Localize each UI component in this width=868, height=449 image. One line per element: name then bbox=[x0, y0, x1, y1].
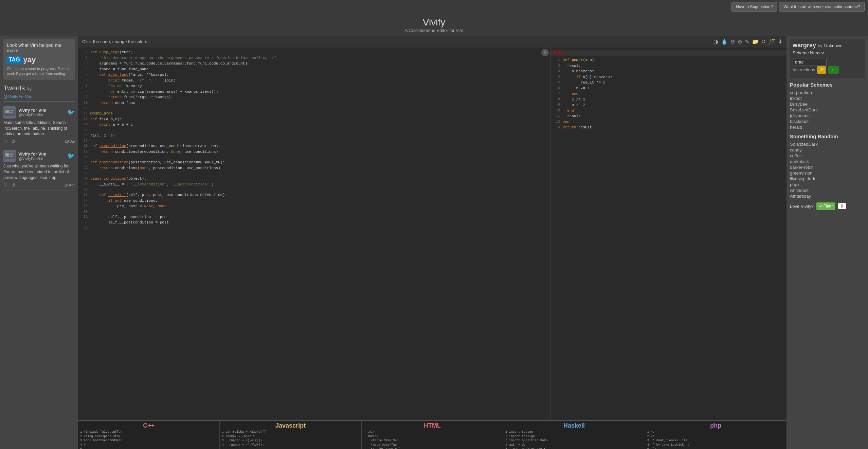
list-item[interactable]: jellybeans bbox=[790, 113, 865, 119]
html-tab[interactable]: HTML <html> <head> <title Name Su <meta … bbox=[362, 421, 503, 449]
left-sidebar: Look what Vim helped me make! TAG yay Ok… bbox=[0, 36, 78, 449]
close-panel-button[interactable]: ✕ bbox=[541, 49, 549, 56]
popular-title: Popular Schemes bbox=[790, 82, 865, 88]
toolbar-icons: ◑ 💧 ⊖ ⊕ ✎ 📁 ↺ 🪄 ⬇ bbox=[713, 38, 782, 45]
page-title: Vivify bbox=[0, 17, 868, 28]
tweet-username: Vivify for Vim bbox=[18, 108, 65, 113]
cpp-preview: 1 #include "algostuff.h 2 using namespac… bbox=[80, 430, 217, 449]
edit-icon[interactable]: ✎ bbox=[745, 38, 749, 45]
refresh-icon[interactable]: ↺ bbox=[761, 38, 766, 45]
toolbar-hint: Click the code, change the colors. bbox=[82, 39, 710, 44]
folder-icon[interactable]: 📁 bbox=[752, 38, 759, 45]
language-tabs: C++ 1 #include "algostuff.h 2 using name… bbox=[78, 420, 786, 449]
svg-rect-7 bbox=[10, 156, 13, 157]
random-title: Something Random bbox=[790, 133, 865, 139]
minus-icon[interactable]: ⊖ bbox=[730, 38, 735, 45]
tweet-item: Vivify for Vim @VivifyForVim 🐦 Just what… bbox=[3, 147, 75, 191]
flattr-icon: ✔ bbox=[819, 204, 822, 209]
list-item[interactable]: whitedust bbox=[790, 187, 865, 193]
code-toolbar: Click the code, change the colors. ◑ 💧 ⊖… bbox=[78, 36, 786, 48]
svg-rect-2 bbox=[10, 110, 14, 111]
avatar bbox=[3, 150, 16, 162]
cpp-tab[interactable]: C++ 1 #include "algostuff.h 2 using name… bbox=[78, 421, 220, 449]
list-item[interactable]: SolarizedDark bbox=[790, 107, 865, 113]
suggestion-button[interactable]: Have a Suggestion? bbox=[731, 2, 777, 12]
tweet-date: 18 Jul bbox=[65, 139, 75, 143]
flattr-button[interactable]: ✔ Flattr bbox=[816, 202, 835, 210]
page-subtitle: A ColorScheme Editor for Vim bbox=[0, 28, 868, 33]
right-panel: wargrey by Unknown Scheme Name> Instruct… bbox=[786, 36, 868, 449]
popular-schemes-list: corporation inkpot BusyBee SolarizedDark… bbox=[790, 90, 865, 130]
tweet-actions: ♡ ↺ 18 Jul bbox=[3, 139, 75, 144]
tweet-user-row: Vivify for Vim @VivifyForVim 🐦 bbox=[3, 106, 75, 119]
plus-icon[interactable]: ⊕ bbox=[738, 38, 742, 45]
instructions-vim-button[interactable]: 🔑 bbox=[817, 66, 826, 74]
list-item[interactable]: herald bbox=[790, 124, 865, 130]
list-item[interactable]: wintersday bbox=[790, 193, 865, 199]
instructions-terminal-button[interactable]: >_ bbox=[828, 66, 839, 74]
by-label: by bbox=[26, 86, 32, 91]
flattr-label: Flattr bbox=[824, 204, 833, 209]
list-item[interactable]: greenvision bbox=[790, 170, 865, 176]
code-panels: ✕ 1def dump_args(func):2 "This decorator… bbox=[78, 48, 786, 420]
tweet-date: 10 Apr bbox=[64, 183, 75, 187]
list-item[interactable]: coffee bbox=[790, 153, 865, 159]
javascript-tab[interactable]: Javascript 1 var ralpha = /alpha\([ 2 rn… bbox=[220, 421, 361, 449]
like-button[interactable]: ♡ bbox=[3, 139, 8, 144]
random-schemes-list: SolarizedDark candy coffee darkblack dar… bbox=[790, 141, 865, 199]
like-button[interactable]: ♡ bbox=[3, 182, 8, 188]
color-scheme-button[interactable]: Want to start with your own color scheme… bbox=[779, 2, 865, 12]
download-icon[interactable]: ⬇ bbox=[778, 38, 782, 45]
tweet-user-row: Vivify for Vim @VivifyForVim 🐦 bbox=[3, 150, 75, 162]
list-item[interactable]: lilydjwg_dark bbox=[790, 176, 865, 182]
list-item[interactable]: BusyBee bbox=[790, 101, 865, 107]
php-tab[interactable]: php 1 <? 2 /* 3 * neat_r works like 4 * … bbox=[645, 421, 786, 449]
main-layout: Look what Vim helped me make! TAG yay Ok… bbox=[0, 36, 868, 449]
ruby-code: 1def power(x,n)2 result =3 n.nonzero?4 i… bbox=[550, 57, 786, 130]
list-item[interactable]: blackdust bbox=[790, 119, 865, 124]
ruby-code-panel[interactable]: Ruby 1def power(x,n)2 result =3 n.nonzer… bbox=[550, 48, 786, 420]
js-preview: 1 var ralpha = /alpha\([ 2 rnumpx = /opa… bbox=[222, 430, 359, 447]
tweet-username: Vivify for Vim bbox=[18, 151, 65, 157]
tweet-handle: @VivifyForVim bbox=[18, 157, 65, 161]
svg-rect-6 bbox=[10, 154, 14, 155]
list-item[interactable]: darker-robin bbox=[790, 164, 865, 170]
tweets-label: Tweets bbox=[3, 84, 25, 92]
tweet-text: Just what you've all been waiting for. F… bbox=[3, 163, 75, 180]
list-item[interactable]: corporation bbox=[790, 90, 865, 95]
avatar bbox=[3, 106, 16, 119]
popular-schemes-section: Popular Schemes corporation inkpot BusyB… bbox=[790, 82, 865, 130]
flattr-count: 0 bbox=[838, 203, 846, 209]
list-item[interactable]: darkblack bbox=[790, 159, 865, 164]
php-label: php bbox=[647, 422, 784, 429]
random-schemes-section: Something Random SolarizedDark candy cof… bbox=[790, 133, 865, 199]
python-code-panel[interactable]: ✕ 1def dump_args(func):2 "This decorator… bbox=[78, 48, 550, 420]
promo-title: Look what Vim helped me make! bbox=[7, 42, 71, 53]
list-item[interactable]: candy bbox=[790, 147, 865, 153]
list-item[interactable]: SolarizedDark bbox=[790, 141, 865, 147]
retweet-button[interactable]: ↺ bbox=[11, 139, 15, 144]
scheme-name-section: wargrey by Unknown Scheme Name> Instruct… bbox=[790, 39, 865, 78]
tweets-handle-link[interactable]: @VivifyForVim bbox=[3, 94, 75, 99]
contrast-icon[interactable]: ◑ bbox=[713, 38, 718, 45]
love-vivify-row: Love Vivify? ✔ Flattr 0 bbox=[790, 202, 865, 210]
yay-text: yay bbox=[23, 55, 36, 64]
wargrey-author: Unknown bbox=[824, 43, 843, 48]
tweet-handle: @VivifyForVim bbox=[18, 113, 65, 117]
top-bar: Have a Suggestion? Want to start with yo… bbox=[0, 0, 868, 14]
tweet-item: Vivify for Vim @VivifyForVim 🐦 Made some… bbox=[3, 104, 75, 147]
list-item[interactable]: phpx bbox=[790, 182, 865, 187]
tweet-user-info: Vivify for Vim @VivifyForVim bbox=[18, 108, 65, 117]
vim-promo-box: Look what Vim helped me make! TAG yay Ok… bbox=[3, 39, 75, 80]
svg-rect-5 bbox=[5, 153, 9, 157]
twitter-icon: 🐦 bbox=[67, 109, 75, 116]
retweet-button[interactable]: ↺ bbox=[11, 182, 15, 188]
by-label: by bbox=[818, 43, 822, 48]
list-item[interactable]: inkpot bbox=[790, 95, 865, 101]
tweet-actions: ♡ ↺ 10 Apr bbox=[3, 182, 75, 188]
scheme-name-input[interactable] bbox=[793, 58, 827, 66]
water-icon[interactable]: 💧 bbox=[721, 38, 728, 45]
tweet-user-info: Vivify for Vim @VivifyForVim bbox=[18, 151, 65, 161]
haskell-tab[interactable]: Haskell 1 import System 2 import Foreign… bbox=[503, 421, 645, 449]
wand-icon[interactable]: 🪄 bbox=[768, 38, 775, 45]
